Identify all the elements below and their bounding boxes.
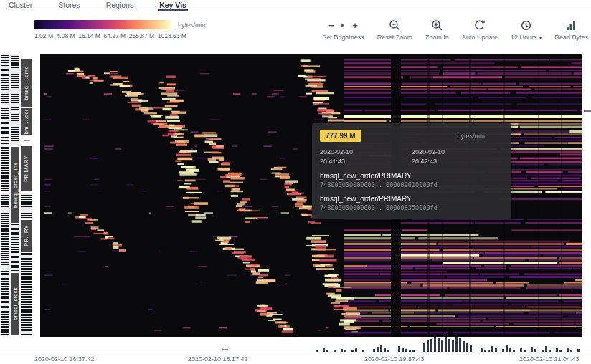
- tooltip-range-key: 748000000000000...000009610000fd: [320, 181, 503, 188]
- histogram-bar: [466, 343, 468, 352]
- brightness-increase-button[interactable]: +: [352, 19, 358, 32]
- tooltip-start-time: 2020-02-10 20:41:43: [320, 148, 412, 166]
- brightness-control: − ◐ + Set Brightness: [322, 19, 364, 41]
- tooltip-unit: bytes/min: [457, 133, 485, 140]
- legend-tick: 4.08 M: [57, 32, 75, 39]
- histogram-bar: [355, 348, 357, 352]
- key-range-label-text: bm_...dor: [23, 109, 29, 134]
- chevron-down-icon: ▾: [539, 34, 542, 41]
- histogram-bar: [398, 346, 400, 352]
- metric-select[interactable]: Read Bytes: [554, 19, 588, 41]
- histogram-bar: [341, 349, 343, 352]
- tooltip-value-badge: 777.99 M: [320, 130, 361, 142]
- bar-chart-icon: [565, 19, 577, 32]
- histogram-bar: [448, 339, 450, 352]
- histogram-bar: [441, 340, 443, 352]
- toolbar: − ◐ + Set Brightness Reset Zoom: [309, 19, 588, 41]
- tab-keyvis[interactable]: Key Vis: [158, 1, 188, 11]
- legend-tick: 1018.63 M: [158, 32, 186, 39]
- key-range-label: PRIMARY: [21, 146, 32, 191]
- histogram-bar: [559, 350, 562, 352]
- barcode-strip-segment: [1, 78, 9, 105]
- reset-zoom-button[interactable]: Reset Zoom: [377, 19, 412, 41]
- tooltip-range-name: bmsql_new_order/PRIMARY: [320, 172, 503, 180]
- brightness-decrease-button[interactable]: −: [328, 19, 334, 32]
- histogram-bar: [502, 349, 504, 352]
- histogram-bar: [387, 350, 389, 352]
- histogram-bar: [520, 348, 522, 352]
- auto-update-label: Auto Update: [462, 34, 498, 41]
- legend-tick: 1.02 M: [34, 32, 53, 39]
- barcode-strip-segment: [1, 253, 9, 272]
- histogram-bar: [377, 347, 379, 352]
- zoom-in-icon: [431, 19, 443, 32]
- tooltip-range: bmsql_new_order/PRIMARY 748000000000000.…: [320, 195, 503, 211]
- auto-update-button[interactable]: Auto Update: [462, 19, 498, 41]
- histogram-bar: [455, 337, 458, 352]
- heatmap-tooltip: 777.99 M bytes/min 2020-02-10 20:41:43 2…: [312, 123, 511, 219]
- histogram-bar: [434, 337, 436, 352]
- histogram-bar: [362, 350, 364, 352]
- key-range-label-text: bmsql_order_line: [12, 162, 19, 208]
- histogram-bar: [463, 341, 465, 352]
- legend-tick: 16.14 M: [78, 32, 100, 39]
- key-range-label-text: PR...RY: [23, 225, 29, 246]
- tabs-bar: Cluster Stores Regions Key Vis: [0, 0, 591, 11]
- barcode-strip-segment: [1, 273, 9, 335]
- histogram-bar: [430, 339, 432, 352]
- x-axis-tick: 2020-02-10 18:17:42: [188, 355, 248, 363]
- histogram-bar: [344, 350, 346, 352]
- histogram-bar: [524, 350, 526, 352]
- histogram-bar: [513, 350, 515, 352]
- refresh-icon: [473, 19, 486, 32]
- histogram-bar: [438, 338, 440, 352]
- histogram-bar: [509, 348, 511, 352]
- tab-cluster[interactable]: Cluster: [7, 1, 34, 11]
- histogram-bar: [326, 350, 328, 352]
- tab-stores[interactable]: Stores: [57, 1, 81, 11]
- histogram-bar: [427, 340, 429, 352]
- key-range-label: —: [24, 137, 29, 143]
- zoom-in-button[interactable]: Zoom In: [425, 19, 449, 41]
- histogram-bar: [549, 350, 551, 352]
- histogram-bar: [570, 350, 572, 352]
- x-axis-line: [0, 353, 591, 353]
- barcode-strip-segment: [21, 253, 32, 335]
- histogram-bar: [402, 348, 404, 352]
- time-histogram: [308, 334, 582, 352]
- barcode-strip-segment: [1, 107, 9, 135]
- histogram-bar: [373, 349, 375, 352]
- tab-regions[interactable]: Regions: [105, 1, 136, 11]
- tooltip-range-key: 748000000000000...000008350000fd: [320, 204, 503, 211]
- histogram-bar: [542, 350, 544, 352]
- tooltip-range-name: bmsql_new_order/PRIMARY: [320, 195, 503, 203]
- histogram-bar: [531, 347, 533, 352]
- key-range-label: bmsq_...omo: [21, 59, 32, 107]
- zoom-in-label: Zoom In: [425, 34, 449, 41]
- x-axis-tick: 2020-02-10 21:04:43: [519, 355, 580, 363]
- tooltip-end-time: 2020-02-10 20:42:43: [412, 148, 503, 166]
- histogram-bar: [412, 350, 415, 352]
- time-range-select[interactable]: 12 Hours▾: [511, 19, 542, 41]
- key-range-label: bmsql_stock: [11, 273, 19, 335]
- histogram-bar: [506, 345, 508, 352]
- x-axis-tick: 2020-02-10 16:37:42: [34, 355, 95, 363]
- x-axis-tick: 2020-02-10 19:57:43: [364, 355, 425, 363]
- histogram-bar: [567, 348, 569, 352]
- key-range-label: bm_...dor: [21, 108, 32, 135]
- histogram-bar: [351, 350, 354, 352]
- reset-zoom-label: Reset Zoom: [377, 34, 412, 41]
- histogram-bar: [452, 340, 454, 352]
- histogram-bar: [534, 349, 536, 352]
- brightness-label: Set Brightness: [322, 34, 364, 41]
- histogram-bar: [470, 345, 472, 352]
- histogram-bar: [577, 349, 580, 352]
- key-range-label: PR...RY: [21, 220, 32, 252]
- histogram-bar: [384, 348, 386, 352]
- legend-gradient: [34, 20, 171, 29]
- brightness-icon: ◐: [341, 19, 346, 32]
- barcode-strip-segment: [21, 193, 32, 219]
- histogram-bar: [491, 346, 493, 352]
- barcode-strip-segment: [1, 54, 9, 77]
- histogram-bar: [488, 350, 490, 352]
